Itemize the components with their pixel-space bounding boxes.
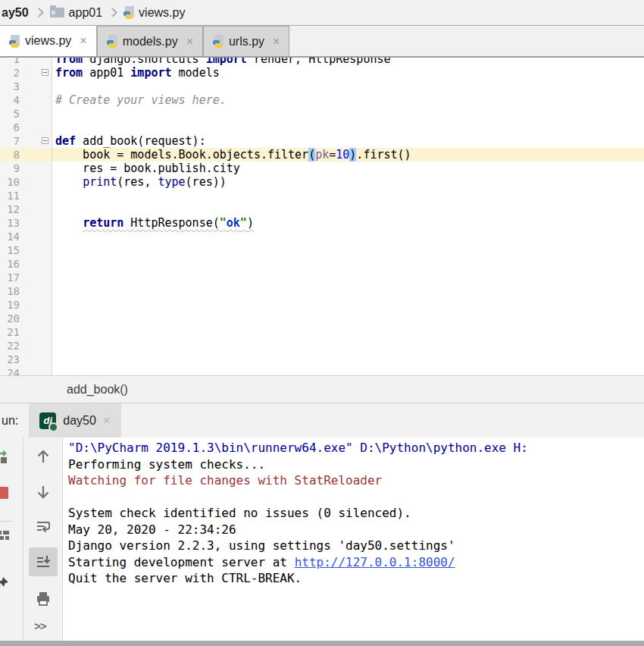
- code-line[interactable]: 24: [0, 366, 644, 375]
- code-text: [52, 284, 644, 298]
- console-output[interactable]: "D:\PyCharm 2019.1.3\bin\runnerw64.exe" …: [63, 437, 644, 641]
- close-icon[interactable]: ×: [80, 34, 86, 48]
- pycharm-window: ay50 app01 views.py views.py × models.py…: [0, 0, 644, 646]
- code-line[interactable]: 4# Create your views here.: [0, 93, 644, 107]
- down-arrow-icon[interactable]: [35, 484, 52, 500]
- code-line[interactable]: 19: [0, 298, 644, 312]
- run-toolbar-left: [0, 437, 23, 641]
- code-line[interactable]: 11: [0, 189, 644, 202]
- code-line[interactable]: 12: [0, 202, 644, 216]
- breadcrumb-file[interactable]: views.py: [123, 6, 185, 20]
- code-line[interactable]: 1from django.shortcuts import render, Ht…: [0, 58, 644, 66]
- rerun-icon[interactable]: [0, 448, 11, 465]
- line-number: 17: [0, 271, 20, 284]
- code-text: [52, 243, 644, 257]
- code-line[interactable]: 3: [0, 80, 644, 93]
- code-line[interactable]: 15: [0, 243, 644, 257]
- gutter: [20, 325, 52, 339]
- gutter: [20, 312, 52, 325]
- code-text: from app01 import models: [52, 66, 644, 80]
- code-text: [52, 325, 644, 339]
- restore-layout-icon[interactable]: [0, 527, 11, 544]
- code-line[interactable]: 13 return HttpResponse("ok"): [0, 216, 644, 230]
- code-editor[interactable]: 1from django.shortcuts import render, Ht…: [0, 58, 644, 375]
- gutter: [20, 202, 52, 216]
- code-line[interactable]: 17: [0, 271, 644, 284]
- gutter: [20, 366, 52, 375]
- tab-label: views.py: [25, 34, 71, 48]
- code-line[interactable]: 6: [0, 121, 644, 134]
- gutter: [20, 58, 52, 66]
- stop-icon[interactable]: [0, 484, 11, 501]
- tab-urls-py[interactable]: urls.py ×: [203, 26, 289, 56]
- code-text: [52, 202, 644, 216]
- breadcrumb-project[interactable]: ay50: [2, 6, 29, 20]
- code-text: res = book.publish.city: [52, 162, 644, 175]
- scroll-to-end-icon[interactable]: [35, 553, 52, 570]
- soft-wrap-icon[interactable]: [35, 518, 52, 535]
- gutter: [20, 298, 52, 312]
- code-line[interactable]: 18: [0, 284, 644, 298]
- more-icon[interactable]: >>: [34, 619, 46, 632]
- run-toolwindow-label: un:: [2, 414, 18, 428]
- up-arrow-icon[interactable]: [35, 448, 52, 465]
- code-line[interactable]: 22: [0, 339, 644, 353]
- code-line[interactable]: 8 book = models.Book.objects.filter(pk=1…: [0, 148, 644, 162]
- console-text: "D:\PyCharm 2019.1.3\bin\runnerw64.exe" …: [68, 441, 528, 455]
- code-line[interactable]: 2from app01 import models: [0, 66, 644, 80]
- print-icon[interactable]: [35, 590, 52, 607]
- code-text: from django.shortcuts import render, Htt…: [52, 58, 644, 66]
- code-line[interactable]: 5: [0, 107, 644, 121]
- gutter: [20, 216, 52, 230]
- line-number: 19: [0, 298, 20, 312]
- code-line[interactable]: 14: [0, 230, 644, 243]
- code-text: [52, 339, 644, 353]
- line-number: 12: [0, 202, 20, 216]
- code-line[interactable]: 9 res = book.publish.city: [0, 162, 644, 175]
- gutter: [20, 107, 52, 121]
- current-function-label[interactable]: add_book(): [67, 383, 128, 397]
- gutter: [20, 80, 52, 93]
- gutter: [20, 93, 52, 107]
- code-line[interactable]: 21: [0, 325, 644, 339]
- server-url-link[interactable]: http://127.0.0.1:8000/: [295, 555, 455, 569]
- pin-icon[interactable]: [0, 575, 11, 591]
- code-line[interactable]: 16: [0, 257, 644, 271]
- code-line[interactable]: 20: [0, 312, 644, 325]
- code-line[interactable]: 10 print(res, type(res)): [0, 175, 644, 189]
- close-icon[interactable]: ×: [273, 35, 280, 49]
- console-line: Performing system checks...: [68, 456, 644, 473]
- breadcrumb-package[interactable]: app01: [50, 6, 103, 20]
- line-number: 23: [0, 353, 20, 366]
- fold-icon[interactable]: [42, 69, 48, 76]
- editor-footer-breadcrumb: add_book(): [0, 375, 644, 403]
- gutter: [20, 134, 52, 148]
- line-number: 24: [0, 366, 20, 375]
- django-run-icon: dj: [39, 412, 56, 429]
- python-file-icon: [213, 35, 224, 48]
- line-number: 5: [0, 107, 20, 121]
- gutter: [20, 257, 52, 271]
- gutter: [20, 175, 52, 189]
- code-text: [52, 298, 644, 312]
- gutter: [20, 66, 52, 80]
- code-line[interactable]: 23: [0, 353, 644, 366]
- line-number: 2: [0, 66, 20, 80]
- fold-icon[interactable]: [42, 137, 48, 144]
- close-icon[interactable]: ×: [103, 413, 111, 428]
- line-number: 21: [0, 325, 20, 339]
- tab-views-py[interactable]: views.py ×: [0, 26, 97, 56]
- run-tab-day50[interactable]: dj day50 ×: [29, 403, 121, 438]
- line-number: 4: [0, 93, 20, 107]
- console-text: System check identified no issues (0 sil…: [68, 506, 411, 520]
- run-toolwindow-body: >> "D:\PyCharm 2019.1.3\bin\runnerw64.ex…: [0, 437, 644, 641]
- code-text: [52, 189, 644, 202]
- console-toolbar: >>: [23, 437, 63, 641]
- tab-models-py[interactable]: models.py ×: [97, 26, 203, 56]
- gutter: [20, 284, 52, 298]
- folder-icon: [50, 8, 64, 17]
- code-line[interactable]: 7def add_book(request):: [0, 134, 644, 148]
- tab-label: urls.py: [229, 35, 264, 49]
- run-tab-label: day50: [63, 414, 96, 428]
- close-icon[interactable]: ×: [186, 35, 193, 49]
